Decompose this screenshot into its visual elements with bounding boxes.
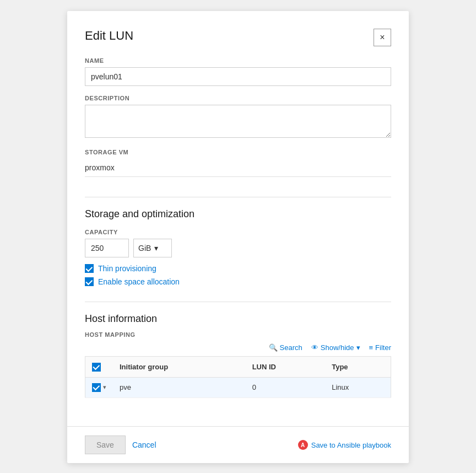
host-info-title: Host information <box>85 313 391 325</box>
thin-provisioning-label[interactable]: Thin provisioning <box>98 264 156 273</box>
row-initiator-group: pve <box>113 377 246 397</box>
expand-arrow-icon[interactable]: ▾ <box>103 384 106 391</box>
filter-icon: ≡ <box>369 343 374 352</box>
showhide-button[interactable]: 👁 Show/hide ▾ <box>311 343 360 352</box>
search-button[interactable]: 🔍 Search <box>269 343 302 352</box>
thin-provisioning-checkbox[interactable] <box>85 264 94 273</box>
description-field-group: DESCRIPTION <box>85 95 391 140</box>
search-label: Search <box>280 343 302 352</box>
table-body: ▾ pve 0 Linux <box>85 377 391 397</box>
capacity-label: CAPACITY <box>85 229 391 235</box>
showhide-label: Show/hide <box>321 343 354 352</box>
capacity-row: GiB ▾ <box>85 239 391 257</box>
unit-chevron-icon: ▾ <box>154 244 158 252</box>
capacity-input[interactable] <box>85 239 129 257</box>
enable-space-label[interactable]: Enable space allocation <box>98 277 180 286</box>
filter-label: Filter <box>375 343 391 352</box>
filter-button[interactable]: ≡ Filter <box>369 343 391 352</box>
section-divider-1 <box>85 197 391 197</box>
table-toolbar: 🔍 Search 👁 Show/hide ▾ ≡ Filter <box>85 343 391 352</box>
description-label: DESCRIPTION <box>85 95 391 101</box>
storage-optimization-section: Storage and optimization CAPACITY GiB ▾ … <box>85 208 391 291</box>
name-input[interactable] <box>85 67 391 86</box>
description-input[interactable] <box>85 105 391 138</box>
row-checkbox-cell: ▾ <box>85 377 113 397</box>
search-icon: 🔍 <box>269 343 278 352</box>
enable-space-checkbox[interactable] <box>85 277 94 286</box>
header-type: Type <box>325 357 391 378</box>
close-button[interactable]: × <box>374 29 391 46</box>
unit-value: GiB <box>138 244 151 252</box>
modal-title: Edit LUN <box>85 29 133 43</box>
name-label: NAME <box>85 57 391 64</box>
cancel-button[interactable]: Cancel <box>132 440 156 449</box>
edit-lun-modal: Edit LUN × NAME DESCRIPTION STORAGE VM p… <box>67 11 409 463</box>
host-information-section: Host information HOST MAPPING 🔍 Search 👁… <box>85 313 391 398</box>
select-all-checkbox[interactable] <box>92 363 101 372</box>
header-checkbox-cell <box>85 357 113 378</box>
table-header-row: Initiator group LUN ID Type <box>85 357 391 378</box>
row-type: Linux <box>325 377 391 397</box>
header-lun-id: LUN ID <box>246 357 326 378</box>
section-divider-2 <box>85 302 391 302</box>
host-mapping-table: Initiator group LUN ID Type ▾ <box>85 356 391 398</box>
host-mapping-label: HOST MAPPING <box>85 331 391 338</box>
storage-vm-field-group: STORAGE VM proxmox <box>85 149 391 177</box>
enable-space-row: Enable space allocation <box>85 277 391 286</box>
ansible-label: Save to Ansible playbook <box>311 441 391 449</box>
modal-footer: Save Cancel A Save to Ansible playbook <box>67 426 409 463</box>
row-lun-id: 0 <box>246 377 326 397</box>
showhide-chevron-icon: ▾ <box>356 343 360 352</box>
ansible-save-button[interactable]: A Save to Ansible playbook <box>298 440 391 450</box>
header-initiator-group: Initiator group <box>113 357 246 378</box>
eye-icon: 👁 <box>311 343 318 352</box>
ansible-icon: A <box>298 440 308 450</box>
storage-vm-label: STORAGE VM <box>85 149 391 155</box>
footer-actions-left: Save Cancel <box>85 436 156 454</box>
table-header: Initiator group LUN ID Type <box>85 357 391 378</box>
modal-header: Edit LUN × <box>85 29 391 46</box>
storage-section-title: Storage and optimization <box>85 208 391 220</box>
thin-provisioning-row: Thin provisioning <box>85 264 391 273</box>
row-checkbox[interactable] <box>92 383 101 392</box>
storage-vm-value: proxmox <box>85 159 391 177</box>
save-button[interactable]: Save <box>85 436 126 454</box>
unit-select[interactable]: GiB ▾ <box>133 239 172 257</box>
table-row: ▾ pve 0 Linux <box>85 377 391 397</box>
name-field-group: NAME <box>85 57 391 86</box>
